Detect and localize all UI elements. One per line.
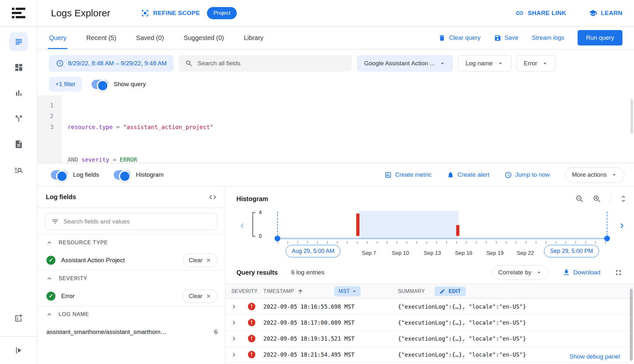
histogram-plot[interactable] [277,208,607,244]
severity-cell [243,319,263,326]
log-name-value-row[interactable]: assistant_smarthome/assistant_smarthom… … [37,322,225,342]
log-fields-search-input[interactable] [63,218,211,225]
chevron-down-icon [439,60,446,67]
resource-filter-label: Google Assistant Action ... [364,60,435,67]
create-alert-button[interactable]: Create alert [447,171,489,179]
zoom-out-icon[interactable] [575,195,584,203]
sidebar-item-logs-explorer[interactable] [9,32,28,51]
tab-library[interactable]: Library [244,27,263,49]
timezone-dropdown[interactable]: MST [334,286,361,296]
time-range-chip[interactable]: 8/29/22, 8:48 AM – 9/29/22, 9:48 AM [49,55,174,72]
expand-row-button[interactable] [226,351,243,359]
histogram-bar[interactable] [456,225,459,236]
column-timestamp[interactable]: TIMESTAMP MST [263,286,398,296]
time-range-label: 8/29/22, 8:48 AM – 9/29/22, 9:48 AM [68,60,167,67]
log-fields-search[interactable] [45,213,218,230]
expand-row-button[interactable] [226,303,243,311]
log-name-filter-dropdown[interactable]: Log name [458,55,511,72]
more-actions-button[interactable]: More actions [565,167,624,182]
link-icon [515,9,524,17]
expand-row-button[interactable] [226,319,243,327]
download-button[interactable]: Download [563,269,601,276]
share-link-button[interactable]: SHARE LINK [515,9,566,17]
section-log-name[interactable]: LOG NAME [37,306,225,322]
section-severity-label: SEVERITY [59,275,87,281]
search-all-fields-input[interactable] [197,60,345,67]
section-resource-type[interactable]: RESOURCE TYPE [37,235,225,250]
query-editor[interactable]: 1 2 3 resource.type = "assistant_action_… [37,95,634,163]
histogram-next-button[interactable] [616,208,628,244]
range-start-handle[interactable] [275,236,280,241]
editor-scrollbar[interactable] [630,99,633,134]
query-code[interactable]: resource.type = "assistant_action_projec… [62,95,634,163]
results-scrollbar[interactable] [630,289,633,361]
range-end-handle[interactable] [604,236,610,241]
stream-logs-button[interactable]: Stream logs [532,34,564,41]
tab-recent[interactable]: Recent (5) [86,27,116,49]
x-tick-label: Sep 16 [455,250,472,256]
line-number-gutter: 1 2 3 [37,95,62,163]
clear-severity-button[interactable]: Clear [183,289,218,303]
timestamp-cell: 2022-09-05 18:21:54.495 MST [263,352,398,358]
log-entry-row[interactable]: 2022-09-05 18:16:55.698 MST {"executionL… [226,299,634,315]
log-entry-row[interactable]: 2022-09-05 18:19:31.521 MST {"executionL… [226,331,634,347]
sidebar-item-logs-metrics[interactable] [9,84,28,102]
sidebar-item-log-analytics[interactable] [9,160,28,179]
severity-filter-dropdown[interactable]: Error [516,55,556,72]
tab-query[interactable]: Query [49,27,66,49]
chevron-down-icon [535,269,542,276]
resource-type-value: Assistant Action Project [61,257,177,264]
show-query-toggle[interactable] [92,80,109,89]
histogram-bar[interactable] [356,214,359,236]
cloud-logging-logo[interactable] [0,0,37,27]
more-filters-chip[interactable]: +1 filter [49,77,82,92]
histogram-prev-button[interactable] [236,208,248,244]
sidebar-item-feedback[interactable] [9,309,28,327]
page-title: Logs Explorer [51,8,110,19]
clear-query-button[interactable]: Clear query [438,34,480,42]
run-query-button[interactable]: Run query [578,30,622,45]
error-severity-icon [248,335,255,342]
code-panel-icon[interactable] [209,193,217,201]
tab-saved[interactable]: Saved (0) [136,27,164,49]
sidebar-item-logs-storage[interactable] [9,135,28,153]
time-range-slider-track[interactable] [277,238,607,239]
section-severity[interactable]: SEVERITY [37,271,225,286]
refine-scope-button[interactable]: REFINE SCOPE [141,9,200,17]
sidebar-item-logs-router[interactable] [9,109,28,128]
create-metric-button[interactable]: Create metric [384,171,432,179]
log-entry-row[interactable]: 2022-09-05 18:17:00.089 MST {"executionL… [226,315,634,331]
chevron-up-icon [46,275,53,282]
range-start-chip[interactable]: Aug 29, 5:00 AM [286,245,341,257]
tab-suggested[interactable]: Suggested (0) [184,27,224,49]
histogram-toggle[interactable] [114,170,131,180]
zoom-in-icon[interactable] [593,195,601,203]
log-fields-toggle[interactable] [51,170,68,180]
jump-to-now-button[interactable]: Jump to now [505,171,550,179]
query-token: = [113,124,123,130]
project-scope-badge[interactable]: Project [207,7,237,19]
trash-icon [438,34,446,42]
compose-icon [14,313,23,323]
x-tick-label: Sep 10 [392,250,409,256]
sidebar-item-open-panel[interactable] [9,341,28,360]
create-alert-label: Create alert [457,171,489,178]
range-end-chip[interactable]: Sep 29, 5:00 PM [544,245,599,257]
chevron-up-icon [46,239,53,246]
learn-button[interactable]: LEARN [589,9,622,17]
edit-summary-button[interactable]: EDIT [434,287,466,296]
correlate-by-button[interactable]: Correlate by [492,265,548,279]
column-severity[interactable]: SEVERITY [226,288,263,294]
show-debug-panel-link[interactable]: Show debug panel [566,352,621,361]
summary-column-label: SUMMARY [398,288,425,294]
resource-filter-dropdown[interactable]: Google Assistant Action ... [357,55,453,72]
expand-row-button[interactable] [226,335,243,343]
clear-resource-type-button[interactable]: Clear [183,254,218,267]
unfold-more-icon[interactable] [619,195,628,203]
save-button[interactable]: Save [494,34,518,42]
sidebar-item-logs-dashboard[interactable] [9,58,28,77]
search-all-fields[interactable] [179,55,352,72]
severity-cell [243,335,263,342]
sort-ascending-icon[interactable] [297,288,303,295]
fullscreen-button[interactable] [614,269,622,277]
